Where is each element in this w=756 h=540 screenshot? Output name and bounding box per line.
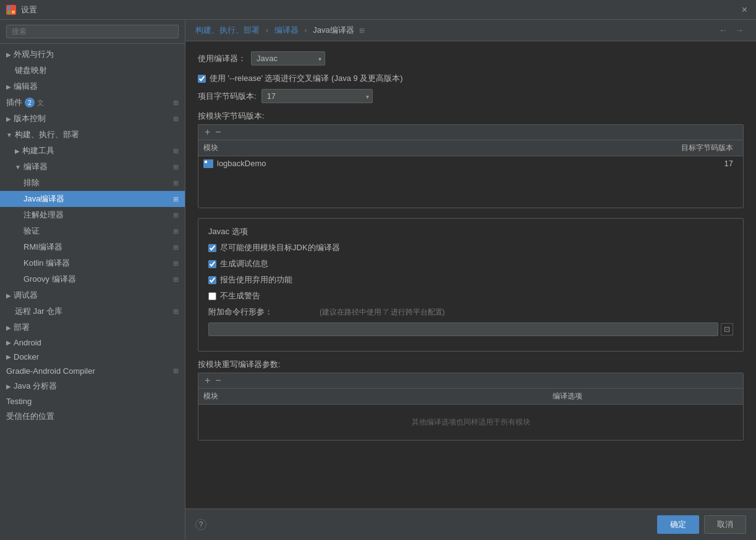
- sidebar-item-label: 构建、执行、部署: [15, 129, 79, 140]
- breadcrumb-sep2: ›: [304, 25, 307, 35]
- action-icon: ⊞: [173, 211, 179, 219]
- sidebar-item-plugins[interactable]: 插件 2 文 ⊞: [0, 95, 185, 111]
- sidebar-item-label: Java编译器: [23, 193, 64, 205]
- override-table-empty: 其他编译选项也同样适用于所有模块: [198, 405, 743, 440]
- sidebar-item-label: 键盘映射: [15, 65, 47, 76]
- sidebar-item-label: 注解处理器: [23, 209, 64, 221]
- sidebar-item-label: 部署: [14, 322, 30, 333]
- additional-args-input[interactable]: [208, 323, 718, 336]
- chevron-right-icon: ▶: [6, 292, 11, 299]
- sidebar-item-label: Docker: [14, 352, 39, 361]
- breadcrumb-link-build[interactable]: 构建、执行、部署: [195, 25, 260, 35]
- sidebar-item-validation[interactable]: 验证 ⊞: [0, 223, 185, 239]
- sidebar-item-groovy-compiler[interactable]: Groovy 编译器 ⊞: [0, 271, 185, 287]
- use-module-jdk-checkbox[interactable]: [208, 244, 216, 252]
- sidebar-item-label: 编辑器: [14, 81, 38, 92]
- report-deprecated-checkbox[interactable]: [208, 276, 216, 284]
- nav-forward-button[interactable]: →: [733, 25, 746, 35]
- javac-options-label: Javac 选项: [208, 226, 733, 237]
- plugins-badge: 2: [25, 98, 35, 108]
- sidebar-item-label: Java 分析器: [14, 381, 57, 392]
- sidebar-item-label: 构建工具: [22, 145, 54, 156]
- search-input[interactable]: [6, 25, 179, 38]
- sidebar-item-debugger[interactable]: ▶ 调试器: [0, 287, 185, 303]
- override-table-add-button[interactable]: +: [203, 376, 211, 386]
- sidebar-item-android[interactable]: ▶ Android: [0, 335, 185, 350]
- window-title: 设置: [21, 4, 37, 15]
- sidebar-item-label: Groovy 编译器: [23, 274, 76, 285]
- args-input-row: ⊡: [208, 323, 733, 336]
- compiler-select-row: 使用编译器： Javac Eclipse Ajc: [198, 51, 744, 65]
- sidebar-item-testing[interactable]: Testing: [0, 394, 185, 408]
- breadcrumb-bar: 构建、执行、部署 › 编译器 › Java编译器 ⊞ ← →: [185, 20, 756, 41]
- sidebar-item-build-execution[interactable]: ▼ 构建、执行、部署: [0, 127, 185, 143]
- sidebar-item-java-analyzer[interactable]: ▶ Java 分析器: [0, 378, 185, 394]
- breadcrumb: 构建、执行、部署 › 编译器 › Java编译器: [195, 25, 354, 36]
- nav-back-button[interactable]: ←: [716, 25, 730, 35]
- no-warnings-checkbox[interactable]: [208, 292, 216, 300]
- sidebar-item-label: 调试器: [14, 290, 38, 301]
- breadcrumb-link-compiler[interactable]: 编译器: [274, 25, 299, 35]
- javac-options-section: Javac 选项 尽可能使用模块目标JDK的编译器 生成调试信息 报告使用弃用的…: [198, 218, 744, 352]
- titlebar: 设置 ×: [0, 0, 756, 20]
- project-bytecode-select[interactable]: 17 11 8 1.7 1.6: [261, 89, 373, 103]
- action-icon: ⊞: [173, 179, 179, 187]
- generate-debug-checkbox[interactable]: [208, 260, 216, 268]
- module-bytecode-table: + − 模块 目标字节码版本 logbackDemo 17: [198, 124, 744, 208]
- table-row[interactable]: logbackDemo 17: [198, 156, 743, 171]
- sidebar-item-exclude[interactable]: 排除 ⊞: [0, 175, 185, 191]
- release-option-label: 使用 '--release' 选项进行交叉编译 (Java 9 及更高版本): [210, 73, 403, 84]
- sidebar-item-annotation-processor[interactable]: 注解处理器 ⊞: [0, 207, 185, 223]
- sidebar-item-keymap[interactable]: 键盘映射: [0, 62, 185, 78]
- sidebar-item-remote-jar[interactable]: 远程 Jar 仓库 ⊞: [0, 303, 185, 319]
- sidebar-item-label: Android: [14, 338, 41, 347]
- compiler-select[interactable]: Javac Eclipse Ajc: [251, 51, 325, 65]
- sidebar-item-label: Testing: [6, 397, 32, 406]
- action-icon: ⊞: [173, 308, 179, 316]
- sidebar-item-java-compiler[interactable]: Java编译器 ⊞: [0, 191, 185, 207]
- project-bytecode-wrapper: 17 11 8 1.7 1.6: [261, 89, 373, 103]
- additional-args-hint: (建议在路径中使用 '/' 进行跨平台配置): [320, 307, 445, 318]
- app-icon: [6, 5, 16, 15]
- action-icon: ⊞: [173, 195, 179, 203]
- sidebar-item-build-tools[interactable]: ▶ 构建工具 ⊞: [0, 143, 185, 159]
- sidebar-item-appearance[interactable]: ▶ 外观与行为: [0, 46, 185, 62]
- close-button[interactable]: ×: [739, 4, 750, 15]
- sidebar-item-gradle-android[interactable]: Gradle-Android Compiler ⊞: [0, 364, 185, 378]
- bottom-bar: ? 确定 取消: [185, 508, 756, 540]
- cancel-button[interactable]: 取消: [704, 515, 746, 534]
- target-col-header: 目标字节码版本: [627, 143, 738, 153]
- sidebar-item-label: Kotlin 编译器: [23, 258, 70, 269]
- lang-icon: 文: [37, 98, 44, 108]
- sidebar-item-kotlin-compiler[interactable]: Kotlin 编译器 ⊞: [0, 255, 185, 271]
- module-table-add-button[interactable]: +: [203, 127, 211, 137]
- sidebar-item-label: 远程 Jar 仓库: [15, 306, 62, 317]
- module-table-header: 模块 目标字节码版本: [198, 140, 743, 156]
- confirm-button[interactable]: 确定: [657, 515, 699, 534]
- checkbox-generate-debug: 生成调试信息: [208, 258, 733, 269]
- module-table-remove-button[interactable]: −: [214, 127, 222, 137]
- settings-window: 设置 × ▶ 外观与行为 键盘映射 ▶ 编辑器: [0, 0, 756, 540]
- sidebar-item-label: Gradle-Android Compiler: [6, 366, 95, 376]
- override-compiler-col-header: 编译选项: [553, 391, 738, 402]
- sidebar-item-editor[interactable]: ▶ 编辑器: [0, 78, 185, 95]
- override-table-remove-button[interactable]: −: [214, 376, 222, 386]
- release-option-checkbox[interactable]: [198, 75, 206, 83]
- chevron-right-icon: ▶: [6, 83, 11, 90]
- nav-arrows: ← →: [716, 25, 746, 35]
- sidebar-item-deploy[interactable]: ▶ 部署: [0, 319, 185, 335]
- chevron-down-icon: ▼: [6, 132, 12, 138]
- help-button[interactable]: ?: [195, 519, 206, 530]
- svg-rect-2: [7, 11, 11, 14]
- right-panel: 构建、执行、部署 › 编译器 › Java编译器 ⊞ ← → 使用编译器：: [185, 20, 756, 540]
- sidebar-item-version-control[interactable]: ▶ 版本控制 ⊞: [0, 111, 185, 127]
- action-icon: ⊞: [173, 147, 179, 155]
- svg-rect-1: [12, 6, 15, 9]
- sidebar-item-rmi-compiler[interactable]: RMI编译器 ⊞: [0, 239, 185, 255]
- sidebar-item-trusted-location[interactable]: 受信任的位置: [0, 408, 185, 424]
- use-compiler-label: 使用编译器：: [198, 53, 246, 64]
- sidebar-item-label: 插件: [6, 97, 22, 108]
- expand-args-button[interactable]: ⊡: [721, 323, 733, 335]
- sidebar-item-compiler[interactable]: ▼ 编译器 ⊞: [0, 159, 185, 175]
- sidebar-item-docker[interactable]: ▶ Docker: [0, 350, 185, 364]
